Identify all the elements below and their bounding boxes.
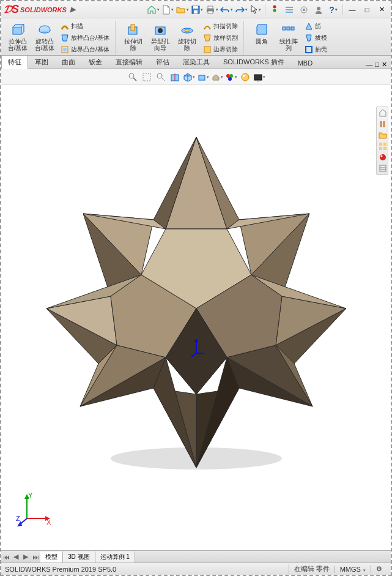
custom-props-icon[interactable]	[378, 163, 388, 173]
edit-appearance-icon[interactable]: ▾	[225, 71, 237, 83]
tab-direct-edit[interactable]: 直接编辑	[109, 55, 149, 69]
svg-rect-2	[194, 10, 198, 13]
revolve-cut-button[interactable]: 旋转切除	[174, 21, 200, 53]
svg-rect-42	[257, 80, 259, 81]
file-explorer-icon[interactable]	[378, 130, 388, 140]
doc-minimize-button[interactable]: —	[366, 61, 372, 69]
traffic-light-icon[interactable]	[268, 3, 281, 17]
fillet-button[interactable]: 圆角	[249, 21, 275, 46]
zoom-area-icon[interactable]	[141, 71, 153, 83]
previous-view-icon[interactable]	[155, 71, 167, 83]
app-logo: 𝓓S SOLIDWORKS ▶	[4, 3, 75, 16]
sweep-cut-button[interactable]: 扫描切除	[201, 21, 240, 32]
doc-close-button[interactable]: ✕	[382, 61, 387, 69]
svg-point-13	[317, 7, 320, 10]
minimize-button[interactable]: —	[346, 3, 359, 17]
svg-point-93	[380, 154, 386, 160]
tab-evaluate[interactable]: 评估	[149, 55, 176, 69]
redo-icon[interactable]: ▾	[234, 3, 248, 17]
display-settings-icon[interactable]: ▾	[253, 71, 265, 83]
revolve-boss-button[interactable]: 旋转凸台/基体	[32, 21, 57, 53]
hide-show-icon[interactable]: ▾	[211, 71, 223, 83]
close-button[interactable]: ✕	[375, 3, 388, 17]
select-cursor-icon[interactable]: ▾	[249, 3, 262, 17]
3d-viewport[interactable]: Y X Z	[1, 85, 391, 538]
titlebar: 𝓓S SOLIDWORKS ▶ ▾ ▾ ▾ ▾ ▾ ▾ ▾ ▾ ?▾ — □ ✕	[1, 1, 391, 18]
extrude-boss-button[interactable]: 拉伸凸台/基体	[5, 21, 31, 53]
hole-wizard-button[interactable]: 异型孔向导	[147, 21, 173, 53]
svg-rect-26	[287, 27, 290, 30]
loft-cut-button[interactable]: 放样切割	[201, 32, 240, 43]
svg-rect-88	[383, 121, 385, 127]
view-palette-icon[interactable]	[378, 141, 388, 151]
new-file-icon[interactable]: ▾	[161, 3, 174, 17]
zoom-fit-icon[interactable]	[127, 71, 139, 83]
logo-s-icon: 𝓓S	[4, 3, 19, 16]
shell-button[interactable]: 抽壳	[303, 44, 329, 55]
display-style-icon[interactable]: ▾	[197, 71, 209, 83]
tab-addins[interactable]: SOLIDWORKS 插件	[216, 55, 291, 69]
resources-icon[interactable]	[378, 108, 388, 118]
tab-mbd[interactable]: MBD	[291, 57, 319, 69]
tab-nav-next-icon[interactable]: ▶	[21, 553, 31, 561]
rib-button[interactable]: 筋	[303, 21, 329, 32]
bottom-tab-model[interactable]: 模型	[40, 552, 63, 563]
tab-render[interactable]: 渲染工具	[176, 55, 216, 69]
boundary-boss-button[interactable]: 边界凸台/基体	[59, 44, 111, 55]
view-triad-icon[interactable]: Y X Z	[16, 492, 53, 528]
svg-rect-27	[291, 27, 294, 30]
view-orient-icon[interactable]: ▾	[183, 71, 195, 83]
settings-list-icon[interactable]	[283, 3, 296, 17]
status-customize-icon[interactable]: ⚙	[371, 565, 387, 573]
status-units[interactable]: MMGS ▾	[335, 566, 371, 573]
appearances-icon[interactable]	[378, 152, 388, 162]
svg-rect-89	[379, 143, 382, 146]
bottom-tab-3dview[interactable]: 3D 视图	[63, 552, 95, 563]
svg-marker-75	[194, 338, 198, 342]
svg-rect-35	[199, 75, 205, 80]
tab-surfaces[interactable]: 曲面	[55, 55, 82, 69]
status-edit-state: 在编辑 零件	[289, 564, 335, 574]
user-icon[interactable]	[312, 3, 325, 17]
ribbon-group-boss: 拉伸凸台/基体 旋转凸台/基体 扫描 放样凸台/基体 边界凸台/基体	[5, 21, 116, 55]
chevron-right-icon[interactable]: ▶	[70, 6, 75, 13]
extrude-cut-button[interactable]: 拉伸切除	[120, 21, 146, 53]
model-stellated-dodecahedron[interactable]	[37, 125, 355, 480]
loft-boss-button[interactable]: 放样凸台/基体	[59, 32, 111, 43]
svg-rect-41	[254, 75, 262, 80]
svg-point-29	[129, 73, 134, 78]
options-icon[interactable]	[297, 3, 311, 17]
save-icon[interactable]: ▾	[190, 3, 204, 17]
boundary-cut-button[interactable]: 边界切除	[201, 44, 240, 55]
tab-sketch[interactable]: 草图	[28, 55, 55, 69]
svg-rect-4	[208, 6, 213, 9]
tab-nav-prev-icon[interactable]: ◀	[11, 553, 21, 561]
svg-point-21	[158, 28, 163, 33]
sweep-boss-button[interactable]: 扫描	[59, 21, 111, 32]
tab-nav-last-icon[interactable]: ⏭	[31, 553, 40, 561]
help-icon[interactable]: ?▾	[327, 3, 340, 17]
svg-line-77	[191, 353, 196, 357]
maximize-button[interactable]: □	[360, 3, 374, 17]
design-library-icon[interactable]	[378, 119, 388, 129]
undo-icon[interactable]: ▾	[220, 3, 233, 17]
home-icon[interactable]: ▾	[146, 3, 160, 17]
linear-pattern-button[interactable]: 线性阵列	[276, 21, 301, 53]
bottom-tab-motion[interactable]: 运动算例 1	[95, 552, 135, 563]
task-pane	[376, 107, 388, 175]
section-view-icon[interactable]	[169, 71, 181, 83]
draft-button[interactable]: 拔模	[303, 32, 329, 43]
tab-nav-first-icon[interactable]: ⏮	[1, 553, 11, 561]
svg-rect-28	[306, 47, 312, 53]
print-icon[interactable]: ▾	[205, 3, 218, 17]
svg-rect-1	[193, 6, 198, 9]
apply-scene-icon[interactable]	[239, 71, 251, 83]
svg-point-32	[157, 73, 162, 78]
tab-features[interactable]: 特征	[1, 55, 28, 69]
tab-sheetmetal[interactable]: 钣金	[82, 55, 109, 69]
svg-rect-14	[13, 27, 21, 34]
open-file-icon[interactable]: ▾	[176, 3, 189, 17]
doc-maximize-button[interactable]: □	[375, 61, 379, 69]
svg-point-6	[273, 5, 276, 8]
svg-point-94	[381, 155, 383, 157]
